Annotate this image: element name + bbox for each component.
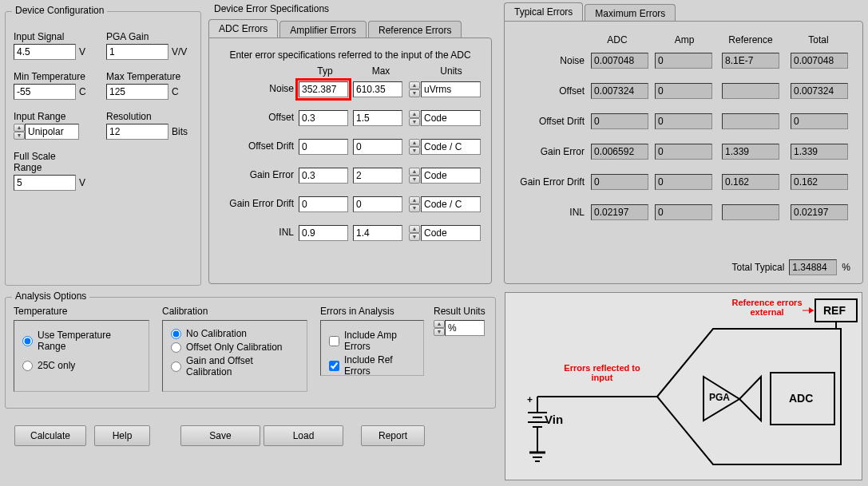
error-typ-input[interactable] — [299, 110, 348, 126]
radio-no-cal[interactable]: No Calibration — [171, 328, 299, 339]
result-amp — [655, 53, 712, 69]
error-spec-panel: Device Error Specifications ADC Errors A… — [204, 11, 496, 286]
svg-marker-11 — [657, 329, 841, 464]
spinner-down-icon[interactable]: ▼ — [409, 233, 420, 241]
result-adc — [591, 174, 648, 190]
radio-temp-range[interactable]: Use Temperature Range — [22, 330, 141, 352]
spinner-up-icon[interactable]: ▲ — [409, 225, 420, 233]
result-adc — [591, 53, 648, 69]
temperature-title: Temperature — [14, 306, 149, 317]
result-units-input[interactable] — [445, 320, 485, 336]
error-unit-input[interactable] — [421, 139, 481, 155]
load-button[interactable]: Load — [264, 425, 343, 446]
result-amp — [655, 204, 712, 220]
tab-ref-errors[interactable]: Reference Errors — [368, 21, 462, 39]
spinner-up-icon[interactable]: ▲ — [409, 139, 420, 147]
help-button[interactable]: Help — [94, 425, 150, 446]
error-typ-input[interactable] — [299, 168, 348, 184]
error-typ-input[interactable] — [299, 225, 348, 241]
error-unit-spinner[interactable]: ▲▼ — [409, 81, 420, 97]
spinner-up-icon[interactable]: ▲ — [409, 168, 420, 176]
spinner-up-icon[interactable]: ▲ — [409, 81, 420, 89]
report-button[interactable]: Report — [361, 425, 425, 446]
error-unit-spinner[interactable]: ▲▼ — [409, 139, 420, 155]
error-unit-input[interactable] — [421, 225, 481, 241]
max-temp-unit: C — [172, 86, 179, 97]
device-config-title: Device Configuration — [12, 5, 107, 16]
col-amp: Amp — [656, 34, 712, 45]
spinner-up-icon[interactable]: ▲ — [14, 124, 25, 132]
tab-adc-errors[interactable]: ADC Errors — [208, 19, 278, 38]
error-unit-input[interactable] — [421, 81, 481, 97]
error-unit-input[interactable] — [421, 110, 481, 126]
tab-typical-errors[interactable]: Typical Errors — [504, 2, 583, 21]
error-max-input[interactable] — [353, 168, 402, 184]
error-unit-spinner[interactable]: ▲▼ — [409, 196, 420, 212]
analysis-panel: Analysis Options Temperature Use Tempera… — [5, 297, 496, 409]
input-range-input[interactable] — [25, 124, 79, 140]
error-unit-spinner[interactable]: ▲▼ — [409, 110, 420, 126]
result-total — [791, 204, 848, 220]
col-max: Max — [353, 65, 409, 77]
tab-amp-errors[interactable]: Amplifier Errors — [279, 21, 367, 39]
input-signal-label: Input Signal — [14, 31, 64, 42]
tab-maximum-errors[interactable]: Maximum Errors — [585, 4, 676, 22]
calibration-title: Calibration — [162, 306, 307, 317]
result-amp — [655, 83, 712, 99]
max-temp-input[interactable] — [106, 84, 168, 100]
error-unit-spinner[interactable]: ▲▼ — [409, 225, 420, 241]
spinner-down-icon[interactable]: ▼ — [409, 89, 420, 97]
radio-gain-offset-cal-label: Gain and Offset Calibration — [186, 355, 299, 377]
error-row: Gain Error Drift ▲▼ — [209, 195, 491, 219]
result-row-label: Gain Error Drift — [505, 176, 585, 188]
pga-gain-input[interactable] — [106, 44, 168, 60]
result-adc — [591, 204, 648, 220]
error-typ-input[interactable] — [299, 81, 348, 97]
result-adc — [591, 144, 648, 160]
full-scale-input[interactable] — [14, 175, 76, 191]
result-units-title: Result Units — [434, 306, 486, 317]
error-max-input[interactable] — [353, 196, 402, 212]
error-typ-input[interactable] — [299, 139, 348, 155]
result-units-spinner[interactable]: ▲ ▼ — [434, 320, 445, 336]
error-unit-input[interactable] — [421, 168, 481, 184]
error-typ-input[interactable] — [299, 196, 348, 212]
result-amp — [655, 144, 712, 160]
min-temp-label: Min Temperature — [14, 71, 85, 82]
spinner-down-icon[interactable]: ▼ — [409, 176, 420, 184]
save-button[interactable]: Save — [180, 425, 260, 446]
check-amp-errors[interactable]: Include Amp Errors — [329, 330, 415, 352]
spinner-up-icon[interactable]: ▲ — [409, 110, 420, 118]
check-ref-errors[interactable]: Include Ref Errors — [329, 354, 415, 377]
input-signal-input[interactable] — [14, 44, 76, 60]
radio-gain-offset-cal[interactable]: Gain and Offset Calibration — [171, 355, 299, 377]
min-temp-input[interactable] — [14, 84, 76, 100]
spinner-down-icon[interactable]: ▼ — [409, 118, 420, 126]
result-adc — [591, 83, 648, 99]
result-ref — [722, 113, 779, 129]
error-max-input[interactable] — [353, 139, 402, 155]
result-units-group: Result Units ▲ ▼ — [434, 306, 486, 336]
spinner-up-icon[interactable]: ▲ — [409, 196, 420, 204]
full-scale-unit: V — [79, 177, 85, 188]
spinner-up-icon[interactable]: ▲ — [434, 320, 445, 328]
error-max-input[interactable] — [353, 225, 402, 241]
error-unit-input[interactable] — [421, 196, 481, 212]
max-temp-label: Max Temperature — [106, 71, 180, 82]
error-max-input[interactable] — [353, 110, 402, 126]
calculate-button[interactable]: Calculate — [14, 425, 86, 446]
error-unit-spinner[interactable]: ▲▼ — [409, 168, 420, 184]
spinner-down-icon[interactable]: ▼ — [409, 204, 420, 212]
result-row-label: Offset Drift — [505, 116, 585, 127]
spinner-down-icon[interactable]: ▼ — [434, 328, 445, 336]
resolution-input[interactable] — [106, 124, 168, 140]
result-ref — [722, 144, 779, 160]
radio-offset-cal[interactable]: Offset Only Calibration — [171, 342, 299, 353]
input-range-spinner[interactable]: ▲ ▼ — [14, 124, 25, 140]
error-max-input[interactable] — [353, 81, 402, 97]
spinner-down-icon[interactable]: ▼ — [409, 147, 420, 155]
radio-temp-25c[interactable]: 25C only — [22, 360, 141, 371]
result-total — [791, 83, 848, 99]
error-row-label: INL — [209, 227, 294, 238]
spinner-down-icon[interactable]: ▼ — [14, 132, 25, 140]
